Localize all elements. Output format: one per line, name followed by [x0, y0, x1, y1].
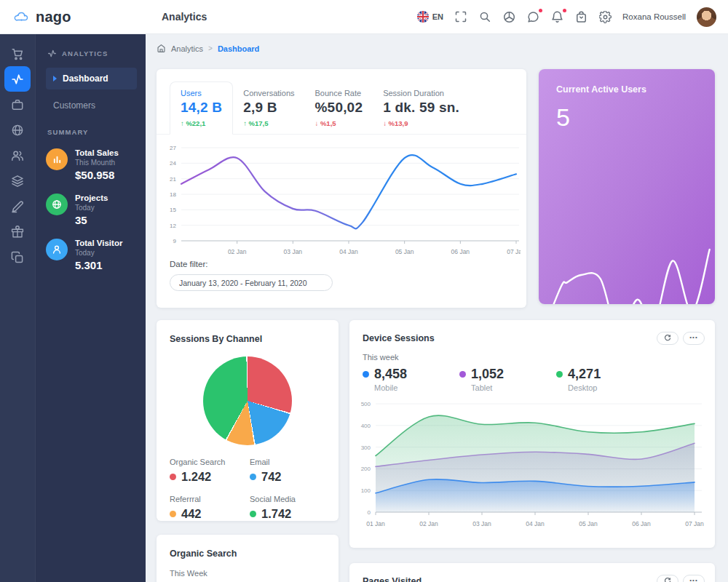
- x-tick-label: 05 Jan: [579, 520, 598, 527]
- home-icon[interactable]: [157, 44, 166, 53]
- stat-dot: [556, 371, 563, 378]
- stat-dot: [363, 371, 369, 378]
- breadcrumb-dashboard[interactable]: Dashboard: [218, 44, 259, 53]
- legend-label: Social Media: [250, 495, 330, 503]
- summary-subtitle: This Mounth: [75, 159, 119, 167]
- summary-subtitle: Today: [75, 249, 122, 257]
- rail-item-shop[interactable]: [4, 41, 31, 66]
- stat-label: Desktop: [568, 383, 601, 392]
- date-filter-input[interactable]: [170, 274, 333, 291]
- settings-button[interactable]: [598, 10, 612, 23]
- refresh-button[interactable]: [657, 575, 678, 582]
- legend-value: 442: [181, 507, 202, 521]
- stat-label: Mobile: [374, 383, 407, 392]
- stat-value: 4,271: [568, 367, 601, 382]
- rail-item-analytics[interactable]: [4, 66, 31, 92]
- refresh-button[interactable]: [657, 332, 678, 345]
- breadcrumb: Analytics > Dashboard: [157, 44, 259, 53]
- person-icon: [46, 239, 68, 260]
- summary-value: 5.301: [75, 259, 122, 271]
- rail-item-pages[interactable]: [4, 244, 31, 270]
- stat-value: 1 dk. 59 sn.: [383, 100, 459, 116]
- y-tick-label: 500: [361, 401, 371, 407]
- pen-icon: [11, 200, 24, 213]
- organic-period: This Week: [170, 569, 339, 578]
- users-icon: [11, 149, 24, 162]
- fullscreen-icon: [455, 11, 467, 23]
- rail-item-web[interactable]: [4, 117, 31, 143]
- summary-title: Total Sales: [75, 148, 119, 157]
- sphere-icon: [503, 11, 515, 23]
- more-options-button[interactable]: •••: [683, 575, 705, 582]
- stat-tab-conversations[interactable]: Conversations 2,9 B ↑ %17,5: [233, 82, 304, 134]
- y-tick-label: 100: [361, 487, 371, 494]
- y-tick-label: 21: [170, 176, 176, 183]
- search-button[interactable]: [478, 10, 491, 23]
- rail-item-layers[interactable]: [4, 168, 31, 194]
- y-tick-label: 12: [170, 223, 176, 229]
- language-selector[interactable]: EN: [417, 11, 443, 23]
- y-tick-label: 18: [170, 191, 176, 198]
- stat-dot: [459, 371, 466, 378]
- messages-button[interactable]: [526, 10, 539, 23]
- legend-dot: [250, 474, 256, 480]
- y-tick-label: 27: [170, 145, 176, 151]
- device-title: Device Sessions: [363, 333, 435, 343]
- brand[interactable]: nago: [0, 0, 146, 33]
- analytics-dashboard: nago Analytics EN: [0, 0, 728, 582]
- legend-item-email: Email 742: [250, 458, 330, 484]
- sessions-pie-chart: [203, 356, 292, 445]
- summary-total-sales: Total Sales This Mounth $50.958: [46, 148, 137, 181]
- top-right-actions: EN: [417, 7, 728, 27]
- stat-delta: ↓ %13,9: [383, 119, 459, 127]
- apps-sphere-button[interactable]: [502, 10, 515, 23]
- more-options-button[interactable]: •••: [683, 332, 705, 345]
- device-stat-mobile: 8,458 Mobile: [363, 367, 407, 392]
- legend-value: 1.242: [181, 470, 211, 484]
- rail-item-business[interactable]: [4, 92, 31, 117]
- x-tick-label: 02 Jan: [228, 248, 247, 255]
- stat-label: Session Duration: [383, 89, 459, 97]
- bell-icon: [551, 11, 563, 23]
- device-stat-tablet: 1,052 Tablet: [459, 367, 504, 392]
- search-icon: [479, 11, 491, 23]
- rail-item-edit[interactable]: [4, 194, 31, 219]
- copy-icon: [11, 251, 24, 264]
- breadcrumb-analytics[interactable]: Analytics: [171, 44, 203, 53]
- legend-item-social-media: Social Media 1.742: [250, 495, 330, 521]
- pages-card-header: Pages Visited •••: [349, 563, 715, 582]
- user-avatar[interactable]: [697, 7, 716, 27]
- rail-item-rewards[interactable]: [4, 219, 31, 244]
- summary-title: Projects: [75, 194, 108, 202]
- stat-tab-bounce-rate[interactable]: Bounce Rate %50,02 ↓ %1,5: [305, 82, 373, 134]
- notifications-button[interactable]: [550, 10, 563, 23]
- x-tick-label: 02 Jan: [419, 520, 438, 527]
- language-label: EN: [432, 12, 443, 21]
- sessions-title: Sessions By Channel: [157, 320, 339, 344]
- globe-icon: [11, 124, 24, 137]
- x-tick-label: 04 Jan: [339, 248, 358, 255]
- rail-item-users[interactable]: [4, 143, 31, 168]
- activity-icon: [11, 73, 24, 86]
- legend-dot: [250, 511, 256, 517]
- sidebar-item-dashboard[interactable]: Dashboard: [46, 68, 137, 89]
- y-tick-label: 15: [170, 207, 176, 213]
- legend-dot: [170, 511, 176, 517]
- y-tick-label: 9: [173, 238, 177, 244]
- summary-total-visitor: Total Visitor Today 5.301: [46, 239, 137, 271]
- summary-subtitle: Today: [75, 204, 108, 212]
- x-tick-label: 04 Jan: [526, 520, 545, 527]
- stat-tab-users[interactable]: Users 14,2 B ↑ %22,1: [170, 81, 233, 135]
- notification-dot: [563, 9, 566, 12]
- organic-title: Organic Search: [157, 535, 339, 559]
- device-area-chart: 010020030040050001 Jan02 Jan03 Jan04 Jan…: [355, 396, 709, 531]
- sidebar-item-customers[interactable]: Customers: [53, 100, 137, 111]
- stat-tab-session-duration[interactable]: Session Duration 1 dk. 59 sn. ↓ %13,9: [373, 82, 470, 134]
- legend-value: 742: [261, 470, 282, 484]
- briefcase-icon: [11, 98, 24, 111]
- fullscreen-button[interactable]: [454, 10, 467, 23]
- orders-bag-button[interactable]: [574, 10, 587, 23]
- y-tick-label: 300: [361, 445, 371, 451]
- user-name[interactable]: Roxana Roussell: [622, 12, 686, 21]
- icon-rail: [0, 34, 35, 582]
